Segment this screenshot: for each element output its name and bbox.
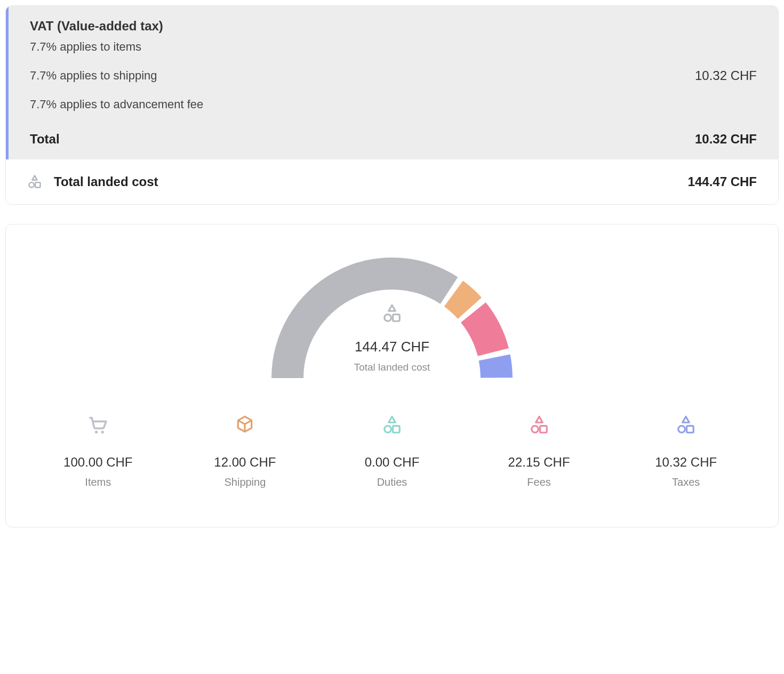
breakdown-fees-value: 22.15 CHF bbox=[508, 455, 570, 470]
landed-cost-left: Total landed cost bbox=[27, 174, 158, 189]
vat-line-advancement: 7.7% applies to advancement fee bbox=[30, 98, 203, 111]
breakdown-duties-label: Duties bbox=[377, 476, 407, 488]
breakdown-shipping-label: Shipping bbox=[224, 476, 266, 488]
landed-cost-row: Total landed cost 144.47 CHF bbox=[6, 159, 778, 204]
vat-total-label: Total bbox=[30, 132, 60, 147]
vat-line-items: 7.7% applies to items bbox=[30, 40, 203, 54]
landed-cost-amount: 144.47 CHF bbox=[688, 174, 757, 189]
breakdown-shipping-value: 12.00 CHF bbox=[214, 455, 276, 470]
shapes-icon bbox=[529, 414, 550, 436]
cube-icon bbox=[234, 414, 255, 436]
breakdown-fees: 22.15 CHF Fees bbox=[468, 414, 610, 488]
gauge-center-value: 144.47 CHF bbox=[355, 339, 429, 355]
vat-line-shipping: 7.7% applies to shipping bbox=[30, 69, 203, 83]
vat-amount: 10.32 CHF bbox=[695, 68, 757, 83]
breakdown-duties: 0.00 CHF Duties bbox=[321, 414, 463, 488]
breakdown-taxes-label: Taxes bbox=[672, 476, 700, 488]
vat-lines-left: 7.7% applies to items 7.7% applies to sh… bbox=[30, 40, 203, 111]
breakdown-taxes: 10.32 CHF Taxes bbox=[615, 414, 757, 488]
gauge-center-label: Total landed cost bbox=[354, 362, 430, 373]
shapes-icon bbox=[380, 303, 404, 324]
vat-lines: 7.7% applies to items 7.7% applies to sh… bbox=[9, 40, 778, 129]
vat-section: VAT (Value-added tax) 7.7% applies to it… bbox=[6, 6, 778, 159]
vat-total-amount: 10.32 CHF bbox=[695, 132, 757, 147]
gauge-center: 144.47 CHF Total landed cost bbox=[269, 303, 515, 373]
breakdown-items-value: 100.00 CHF bbox=[63, 455, 132, 470]
breakdown-fees-label: Fees bbox=[527, 476, 550, 488]
cost-breakdown-card: 144.47 CHF Total landed cost 100.00 CHF … bbox=[5, 224, 779, 527]
cart-icon bbox=[87, 414, 109, 436]
vat-total-row: Total 10.32 CHF bbox=[9, 129, 778, 159]
breakdown-duties-value: 0.00 CHF bbox=[365, 455, 420, 470]
landed-cost-label: Total landed cost bbox=[54, 174, 158, 189]
shapes-icon bbox=[381, 414, 403, 436]
vat-card: VAT (Value-added tax) 7.7% applies to it… bbox=[5, 5, 779, 205]
breakdown-taxes-value: 10.32 CHF bbox=[655, 455, 717, 470]
gauge-chart: 144.47 CHF Total landed cost bbox=[269, 254, 515, 382]
shapes-icon bbox=[675, 414, 697, 436]
breakdown-shipping: 12.00 CHF Shipping bbox=[174, 414, 316, 488]
vat-title: VAT (Value-added tax) bbox=[9, 6, 778, 40]
breakdown-row: 100.00 CHF Items 12.00 CHF Shipping 0.00… bbox=[27, 414, 757, 488]
shapes-icon bbox=[27, 174, 42, 189]
breakdown-items: 100.00 CHF Items bbox=[27, 414, 169, 488]
breakdown-items-label: Items bbox=[85, 476, 111, 488]
